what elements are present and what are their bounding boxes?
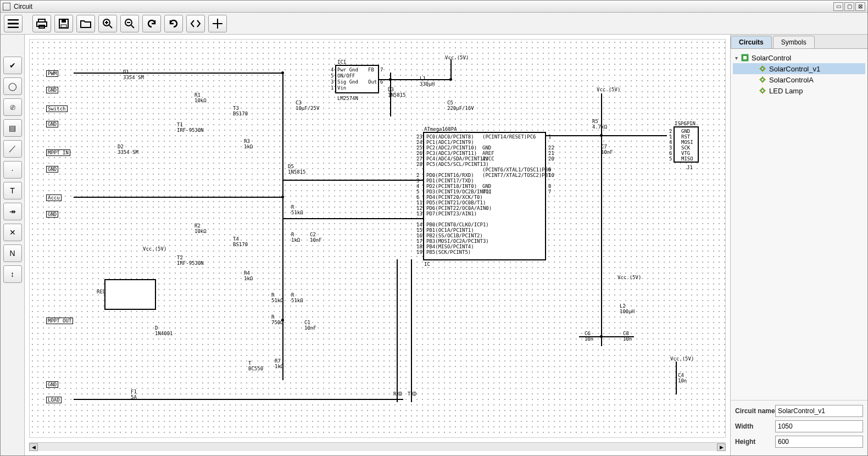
toggle-code-button[interactable] [186,15,205,32]
svg-rect-4 [62,19,66,23]
svg-point-12 [761,89,764,92]
window-maximize-button[interactable]: ▢ [844,2,854,11]
left-toolbar: ✔◯⎚▤／·T↠✕N↕ [1,35,25,455]
schematic-text: PD2(PCINT18/INT0) [426,183,477,189]
schematic-text: PD1(PCINT17/TXD) [426,178,474,183]
menu-button[interactable] [4,15,23,32]
tree-item-led-lamp[interactable]: LED Lamp [733,85,865,96]
schematic-text: T1 [177,122,183,127]
line-tool[interactable]: ／ [3,140,22,158]
schematic-text: IC [424,262,430,267]
print-button[interactable] [32,15,51,32]
schematic-text: R4 [244,270,250,276]
schematic-text: 20 [548,156,554,162]
scroll-right-button[interactable]: ▶ [717,443,726,451]
schematic-text: Vcc.(5V) [445,55,469,60]
window-close-button[interactable]: ⊠ [855,2,865,11]
schematic-text: PC1(ADC1/PCINT9) [426,140,474,145]
schematic-text: C6 [585,331,591,336]
schematic-text: D1 [123,69,129,75]
net-tool[interactable]: N [3,244,22,262]
schematic-text: VCC [482,189,491,194]
open-button[interactable] [76,15,95,32]
port-mppt-out[interactable]: MPPT OUT [46,318,73,324]
port-mppt-in[interactable]: MPPT IN [46,149,70,156]
schematic-text: RXD [393,391,402,397]
circuit-name-input[interactable] [775,405,863,417]
schematic-text: Out [368,79,377,85]
port-gnd[interactable]: GND [46,87,58,93]
tree-item-solarcontrol_v1[interactable]: SolarControl_v1 [733,63,865,74]
schematic-text: D5 [288,164,294,169]
tree-item-solarcontrola[interactable]: SolarControlA [733,74,865,85]
schematic-text: 10µF/25V [296,105,319,111]
schematic-text: T2 [177,255,183,260]
zoom-in-button[interactable] [98,15,117,32]
schematic-text: 3 [669,145,672,151]
schematic-text: RST [681,134,690,140]
schematic-text: 15 [416,227,422,233]
cut-tool[interactable]: ✕ [3,224,22,241]
schematic-text: R [291,204,294,210]
schematic-text: SCK [681,145,690,151]
schematic-text: 220µF/16V [447,105,474,111]
width-input[interactable] [775,420,863,432]
schematic-text: 10nF [601,149,613,155]
port-gnd[interactable]: GND [46,381,58,388]
tab-symbols[interactable]: Symbols [773,36,815,48]
scroll-left-button[interactable]: ◀ [29,443,38,451]
canvas-scroll[interactable]: PWMGNDSwitchGNDMPPT INGNDAccuGNDMPPT OUT… [29,39,726,438]
schematic-text: T [248,360,251,366]
schematic-text: 28 [416,162,422,167]
port-load[interactable]: LOAD [46,397,62,403]
port-gnd[interactable]: GND [46,211,58,218]
schematic-text: 23 [416,134,422,140]
top-toolbar [1,13,867,35]
bars-tool[interactable]: ▤ [3,119,22,137]
tab-circuits[interactable]: Circuits [731,36,772,48]
arrow-tool[interactable]: ↠ [3,203,22,220]
schematic-text: 10nF [310,237,322,243]
bus-tool[interactable]: ↕ [3,265,22,283]
schematic-text: 24 [416,140,422,145]
schematic-text: 10nF [304,325,316,331]
right-tabs: Circuits Symbols [731,35,867,49]
scroll-track[interactable] [38,443,717,451]
dot-tool[interactable]: · [3,161,22,179]
svg-point-11 [761,78,764,81]
save-button[interactable] [54,15,73,32]
schematic-canvas[interactable]: PWMGNDSwitchGNDMPPT INGNDAccuGNDMPPT OUT… [30,40,725,437]
sliders-tool[interactable]: ⎚ [3,98,22,116]
tree-root[interactable]: ▾ SolarControl [733,52,865,63]
open-icon [80,19,91,28]
schematic-text: 12 [416,205,422,211]
zoom-out-button[interactable] [120,15,139,32]
schematic-text: 3 [416,178,419,183]
transistor-tool[interactable]: ◯ [3,77,22,95]
approve-tool[interactable]: ✔ [3,57,22,74]
window-minimize-button[interactable]: ▭ [833,2,843,11]
schematic-text: 4.7kΩ [592,124,607,130]
schematic-text: 26 [416,151,422,156]
port-pwm[interactable]: PWM [46,70,58,77]
schematic-text: PC5(ADC5/SCL/PCINT13) [426,162,489,167]
height-input[interactable] [775,436,863,448]
port-switch[interactable]: Switch [46,105,68,112]
properties-panel: Circuit name Width Height [731,400,867,455]
schematic-text: 4 [669,140,672,145]
schematic-text: C1 [304,320,310,325]
schematic-text: Vcc.(5V) [597,87,620,92]
horizontal-scrollbar[interactable]: ◀ ▶ [29,442,726,451]
schematic-text: Pwr Gnd [337,67,358,73]
text-tool[interactable]: T [3,182,22,199]
undo-button[interactable] [142,15,161,32]
prop-height-label: Height [735,438,775,446]
port-gnd[interactable]: GND [46,166,58,173]
ic-body[interactable] [104,279,156,310]
port-accu[interactable]: Accu [46,194,62,201]
port-gnd[interactable]: GND [46,121,58,127]
crosshair-button[interactable] [208,15,227,32]
schematic-text: D2 [118,144,124,149]
tree-toggle-icon[interactable]: ▾ [735,55,741,61]
redo-button[interactable] [164,15,183,32]
